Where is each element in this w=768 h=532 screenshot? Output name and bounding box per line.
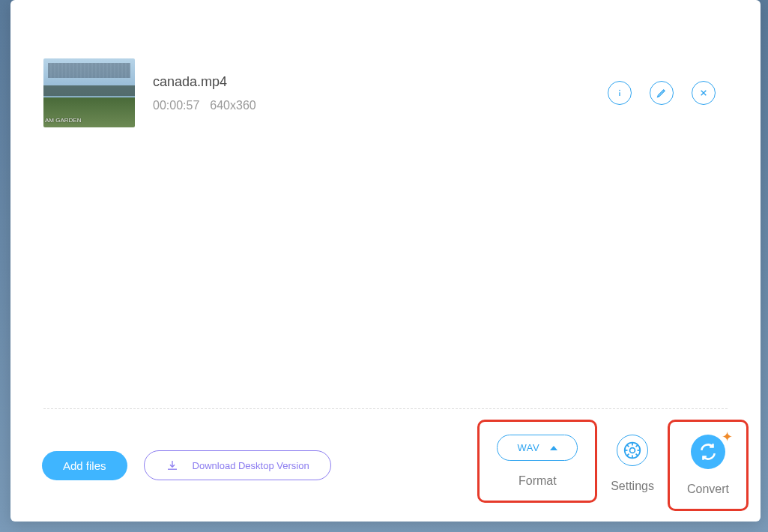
edit-icon bbox=[656, 87, 668, 99]
bottom-bar: Add files Download Desktop Version WAV F… bbox=[10, 409, 761, 522]
file-text-block: canada.mp4 00:00:57 640x360 bbox=[153, 74, 590, 112]
format-col: WAV Format bbox=[497, 435, 578, 488]
convert-label: Convert bbox=[687, 483, 729, 496]
download-desktop-label: Download Desktop Version bbox=[193, 460, 309, 471]
gear-icon bbox=[623, 441, 642, 460]
file-item: AM GARDEN canada.mp4 00:00:57 640x360 bbox=[43, 57, 728, 129]
convert-col: ✦ Convert bbox=[687, 435, 729, 496]
file-list: AM GARDEN canada.mp4 00:00:57 640x360 bbox=[10, 0, 761, 408]
file-resolution: 640x360 bbox=[210, 99, 256, 112]
svg-point-4 bbox=[630, 448, 635, 453]
convert-button[interactable]: ✦ bbox=[691, 435, 725, 469]
svg-line-12 bbox=[636, 445, 638, 447]
format-highlight bbox=[477, 420, 597, 503]
star-icon: ✦ bbox=[722, 429, 733, 445]
file-actions bbox=[608, 81, 728, 105]
add-files-button[interactable]: Add files bbox=[42, 451, 127, 480]
file-thumbnail[interactable]: AM GARDEN bbox=[43, 58, 135, 127]
bottom-left-group: Add files Download Desktop Version bbox=[42, 450, 331, 480]
info-icon bbox=[614, 87, 626, 99]
thumbnail-label: AM GARDEN bbox=[43, 115, 82, 126]
close-icon bbox=[698, 87, 710, 99]
download-icon bbox=[166, 459, 179, 472]
remove-button[interactable] bbox=[692, 81, 716, 105]
convert-icon bbox=[698, 442, 718, 462]
file-duration: 00:00:57 bbox=[153, 99, 199, 112]
settings-col: Settings bbox=[611, 435, 654, 493]
svg-point-0 bbox=[619, 90, 620, 91]
svg-line-10 bbox=[627, 445, 629, 447]
svg-line-13 bbox=[627, 454, 629, 456]
format-select[interactable]: WAV bbox=[497, 435, 578, 461]
settings-label: Settings bbox=[611, 480, 654, 493]
format-label: Format bbox=[518, 474, 557, 488]
file-name: canada.mp4 bbox=[153, 74, 590, 90]
settings-button[interactable] bbox=[617, 435, 648, 466]
bottom-right-group: WAV Format bbox=[497, 435, 729, 496]
app-panel: AM GARDEN canada.mp4 00:00:57 640x360 bbox=[10, 0, 761, 522]
format-value: WAV bbox=[517, 442, 539, 453]
file-meta: 00:00:57 640x360 bbox=[153, 99, 590, 112]
edit-button[interactable] bbox=[650, 81, 674, 105]
caret-up-icon bbox=[550, 446, 557, 450]
download-desktop-button[interactable]: Download Desktop Version bbox=[144, 450, 331, 480]
svg-line-11 bbox=[636, 454, 638, 456]
info-button[interactable] bbox=[608, 81, 632, 105]
